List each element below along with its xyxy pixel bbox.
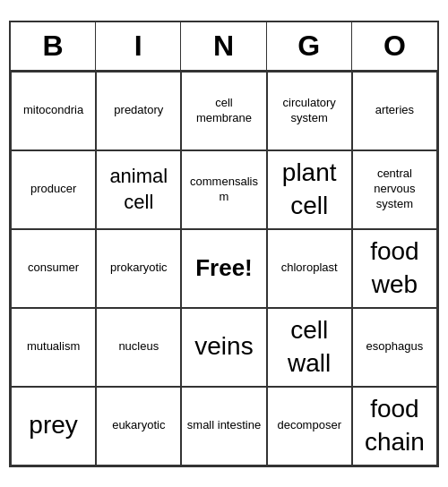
bingo-cell-2: cell membrane xyxy=(181,72,266,150)
bingo-cell-8: plant cell xyxy=(267,150,352,229)
bingo-cell-9: central nervous system xyxy=(352,150,437,229)
bingo-cell-11: prokaryotic xyxy=(96,229,181,308)
bingo-cell-14: food web xyxy=(352,229,437,308)
bingo-cell-23: decomposer xyxy=(267,387,352,466)
bingo-cell-15: mutualism xyxy=(11,308,96,387)
bingo-header: BINGO xyxy=(11,22,437,72)
header-letter-g: G xyxy=(267,22,352,70)
bingo-cell-16: nucleus xyxy=(96,308,181,387)
bingo-cell-6: animal cell xyxy=(96,150,181,229)
bingo-cell-0: mitocondria xyxy=(11,72,96,150)
bingo-cell-20: prey xyxy=(11,387,96,466)
bingo-cell-13: chloroplast xyxy=(267,229,352,308)
bingo-cell-5: producer xyxy=(11,150,96,229)
bingo-cell-1: predatory xyxy=(96,72,181,150)
header-letter-n: N xyxy=(181,22,266,70)
bingo-cell-10: consumer xyxy=(11,229,96,308)
bingo-cell-24: food chain xyxy=(352,387,437,466)
bingo-cell-21: eukaryotic xyxy=(96,387,181,466)
bingo-cell-4: arteries xyxy=(352,72,437,150)
bingo-cell-3: circulatory system xyxy=(267,72,352,150)
bingo-cell-12: Free! xyxy=(181,229,266,308)
bingo-cell-7: commensalism xyxy=(181,150,266,229)
bingo-cell-22: small intestine xyxy=(181,387,266,466)
bingo-cell-19: esophagus xyxy=(352,308,437,387)
header-letter-o: O xyxy=(352,22,437,70)
header-letter-i: I xyxy=(96,22,181,70)
bingo-cell-18: cell wall xyxy=(267,308,352,387)
bingo-grid: mitocondriapredatorycell membranecircula… xyxy=(11,72,437,466)
bingo-card: BINGO mitocondriapredatorycell membranec… xyxy=(9,21,439,467)
header-letter-b: B xyxy=(11,22,96,70)
bingo-cell-17: veins xyxy=(181,308,266,387)
